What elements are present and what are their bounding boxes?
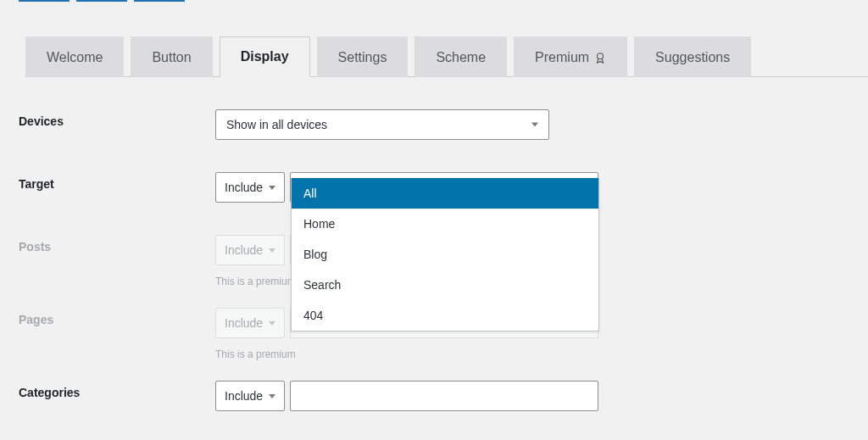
categories-include-select[interactable]: Include [215, 381, 285, 411]
devices-select-value: Show in all devices [226, 118, 327, 131]
top-nav-links [19, 0, 868, 10]
target-label: Target [19, 172, 215, 191]
devices-label: Devices [19, 109, 215, 128]
target-option-search[interactable]: Search [292, 270, 598, 300]
chevron-down-icon [269, 186, 275, 190]
target-option-all[interactable]: All [292, 178, 598, 209]
posts-label: Posts [19, 235, 215, 253]
posts-include-select: Include [215, 235, 285, 265]
chevron-down-icon [269, 248, 275, 253]
devices-select[interactable]: Show in all devices [215, 109, 549, 140]
target-option-blog[interactable]: Blog [292, 239, 598, 270]
pages-include-select: Include [215, 308, 285, 338]
tab-settings[interactable]: Settings [317, 36, 409, 77]
tab-button[interactable]: Button [131, 36, 212, 77]
pages-premium-note: This is a premium [215, 348, 598, 360]
target-include-select[interactable]: Include [215, 172, 285, 203]
target-dropdown-panel: All Home Blog Search 404 [291, 178, 599, 331]
pages-label: Pages [19, 308, 215, 326]
svg-point-0 [598, 53, 604, 58]
award-icon [594, 52, 606, 64]
tabs-row: Welcome Button Display Settings Scheme P… [25, 36, 868, 77]
tab-premium[interactable]: Premium [514, 36, 627, 77]
tab-scheme[interactable]: Scheme [415, 36, 507, 77]
chevron-down-icon [269, 321, 275, 326]
categories-multiselect[interactable] [290, 381, 598, 411]
tab-welcome[interactable]: Welcome [25, 36, 124, 77]
chevron-down-icon [269, 394, 275, 398]
target-option-404[interactable]: 404 [292, 300, 598, 331]
target-option-home[interactable]: Home [292, 209, 598, 239]
tab-suggestions[interactable]: Suggestions [634, 36, 751, 77]
categories-label: Categories [19, 381, 215, 399]
chevron-down-icon [531, 123, 538, 127]
tab-display[interactable]: Display [220, 36, 310, 77]
